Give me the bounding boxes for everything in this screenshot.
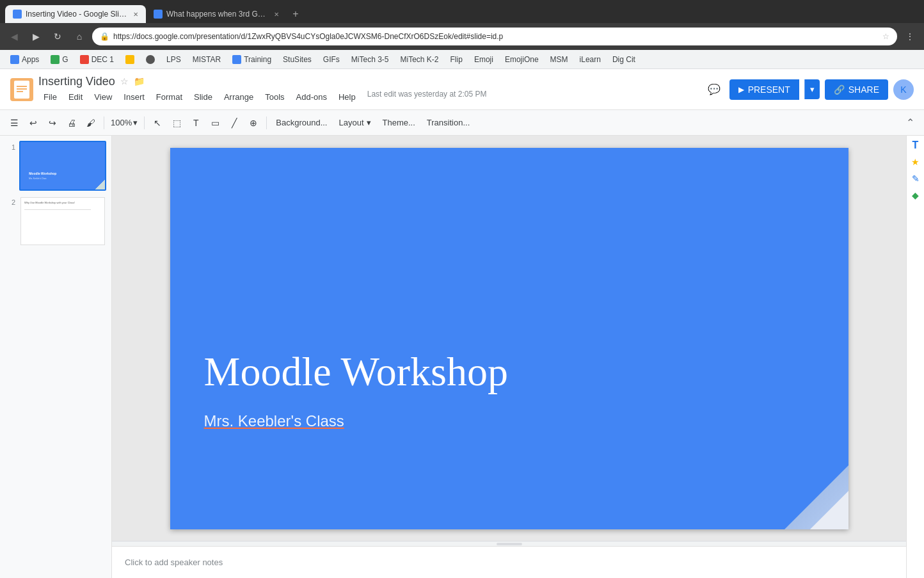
bookmark-msm[interactable]: MSM (545, 52, 573, 67)
bookmark-training-label: Training (244, 55, 271, 64)
tab-title-1: Inserting Video - Google Slides (26, 10, 127, 19)
user-avatar[interactable]: K (893, 79, 914, 100)
svg-rect-1 (17, 86, 27, 87)
right-panel-btn-2[interactable]: ★ (909, 155, 923, 169)
present-button[interactable]: ▶ PRESENT (729, 79, 799, 100)
close-tab-2-icon[interactable]: ✕ (274, 11, 279, 18)
bookmark-mitech35[interactable]: MiTech 3-5 (346, 52, 394, 67)
toolbar-menu-icon[interactable]: ☰ (5, 114, 23, 132)
menu-insert[interactable]: Insert (118, 90, 150, 104)
toolbar-image-button[interactable]: ⊕ (244, 114, 262, 132)
slide-1-thumb-subtitle: Mrs. Keebler's Class (29, 177, 46, 180)
toolbar-redo-button[interactable]: ↪ (44, 114, 61, 132)
back-button[interactable]: ◀ (5, 28, 23, 45)
app-header: Inserting Video ☆ 📁 File Edit View Inser… (0, 69, 924, 110)
browser-chrome: Inserting Video - Google Slides ✕ What h… (0, 0, 924, 69)
address-bar[interactable]: 🔒 https://docs.google.com/presentation/d… (92, 28, 897, 45)
toolbar-paintformat-button[interactable]: 🖌 (82, 114, 100, 132)
share-label: SHARE (848, 84, 879, 95)
bookmark-mistar[interactable]: MISTAR (187, 52, 226, 67)
toolbar-cursor-button[interactable]: ↖ (148, 114, 166, 132)
bookmark-bookmark2[interactable] (120, 52, 139, 67)
slide-2-thumbnail[interactable]: Why Use Moodle Workshop with your Class! (19, 196, 106, 246)
toolbar-line-button[interactable]: ╱ (225, 114, 243, 132)
slide-2-container[interactable]: 2 Why Use Moodle Workshop with your Clas… (5, 196, 106, 246)
bookmark-digcit[interactable]: Dig Cit (607, 52, 641, 67)
menu-format[interactable]: Format (151, 90, 187, 104)
layout-button[interactable]: Layout ▾ (333, 115, 376, 130)
notes-divider (112, 541, 906, 546)
transition-label: Transition... (427, 118, 470, 127)
menu-edit[interactable]: Edit (63, 90, 88, 104)
star-icon[interactable]: ☆ (120, 76, 129, 86)
background-label: Background... (276, 118, 327, 127)
tab-active[interactable]: Inserting Video - Google Slides ✕ (5, 5, 146, 23)
toolbar-print-button[interactable]: 🖨 (63, 114, 81, 132)
tab-inactive[interactable]: What happens when 3rd Grade... ✕ (146, 5, 287, 23)
canvas-wrapper[interactable]: Moodle Workshop Mrs. Keebler's Class (112, 136, 906, 541)
speaker-notes[interactable]: Click to add speaker notes (112, 546, 906, 578)
right-panel-btn-4[interactable]: ◆ (909, 188, 923, 202)
bookmark-emoji[interactable]: Emoji (469, 52, 498, 67)
right-panel-btn-3[interactable]: ✎ (909, 172, 923, 186)
tab-title-2: What happens when 3rd Grade... (166, 10, 267, 19)
folder-icon[interactable]: 📁 (134, 76, 145, 86)
slide-1-thumb-bg: Moodle Workshop Mrs. Keebler's Class (20, 142, 105, 189)
comment-button[interactable]: 💬 (704, 79, 724, 100)
bookmark-flip[interactable]: Flip (445, 52, 468, 67)
speaker-notes-placeholder[interactable]: Click to add speaker notes (125, 558, 223, 567)
slide-1-thumbnail[interactable]: Moodle Workshop Mrs. Keebler's Class (19, 141, 106, 191)
menu-slide[interactable]: Slide (189, 90, 218, 104)
bookmark-d[interactable] (141, 52, 160, 67)
bookmark-ilearn[interactable]: iLearn (575, 52, 606, 67)
right-panel-btn-1[interactable]: T (909, 138, 923, 152)
bookmark-stusites[interactable]: StuSites (278, 52, 317, 67)
toolbar-shape-button[interactable]: ▭ (206, 114, 224, 132)
background-button[interactable]: Background... (271, 115, 332, 130)
home-button[interactable]: ⌂ (70, 28, 88, 45)
share-button[interactable]: 🔗 SHARE (825, 79, 888, 100)
menu-arrange[interactable]: Arrange (219, 90, 259, 104)
menu-view[interactable]: View (89, 90, 117, 104)
toolbar-zoom-dropdown[interactable]: 100% ▾ (108, 118, 140, 127)
slide-1-container[interactable]: 1 Moodle Workshop Mrs. Keebler's Class (5, 141, 106, 191)
address-bar-row: ◀ ▶ ↻ ⌂ 🔒 https://docs.google.com/presen… (0, 23, 924, 50)
header-right: 💬 ▶ PRESENT ▾ 🔗 SHARE K (704, 79, 914, 100)
bookmark-dec1[interactable]: DEC 1 (75, 52, 119, 67)
transition-button[interactable]: Transition... (422, 115, 475, 130)
bookmark-mitechk2[interactable]: MiTech K-2 (395, 52, 444, 67)
menu-file[interactable]: File (38, 90, 62, 104)
bookmark-g[interactable]: G (45, 52, 73, 67)
toolbar-undo-button[interactable]: ↩ (24, 114, 42, 132)
doc-title: Inserting Video (38, 75, 115, 88)
theme-label: Theme... (383, 118, 415, 127)
slide-main-title[interactable]: Moodle Workshop (204, 348, 508, 396)
svg-rect-3 (17, 91, 23, 92)
new-tab-button[interactable]: + (287, 5, 305, 23)
present-dropdown-button[interactable]: ▾ (804, 79, 820, 99)
bookmark-training[interactable]: Training (227, 52, 276, 67)
bookmark-emojione[interactable]: EmojiOne (500, 52, 544, 67)
slide-canvas[interactable]: Moodle Workshop Mrs. Keebler's Class (170, 148, 848, 529)
bookmark-gifs[interactable]: GIFs (318, 52, 345, 67)
theme-button[interactable]: Theme... (378, 115, 420, 130)
bookmark-lps[interactable]: LPS (161, 52, 186, 67)
right-panel: T ★ ✎ ◆ (906, 136, 924, 578)
menu-addons[interactable]: Add-ons (291, 90, 332, 104)
slide-2-number: 2 (5, 196, 15, 246)
toolbar-divider-1 (104, 116, 104, 129)
menu-tools[interactable]: Tools (260, 90, 289, 104)
bookmark-apps[interactable]: Apps (5, 52, 44, 67)
close-tab-1-icon[interactable]: ✕ (133, 11, 138, 18)
reload-button[interactable]: ↻ (49, 28, 67, 45)
slide-1-thumb-title: Moodle Workshop (29, 172, 56, 175)
toolbar-select-button[interactable]: ⬚ (168, 114, 186, 132)
slides-app: Inserting Video ☆ 📁 File Edit View Inser… (0, 69, 924, 578)
slide-subtitle[interactable]: Mrs. Keebler's Class (204, 412, 344, 430)
extensions-button[interactable]: ⋮ (901, 28, 919, 45)
forward-button[interactable]: ▶ (27, 28, 45, 45)
slide-1-number: 1 (5, 141, 15, 191)
toolbar-textbox-button[interactable]: T (187, 114, 205, 132)
collapse-toolbar-button[interactable]: ⌃ (901, 114, 919, 132)
menu-help[interactable]: Help (333, 90, 361, 104)
